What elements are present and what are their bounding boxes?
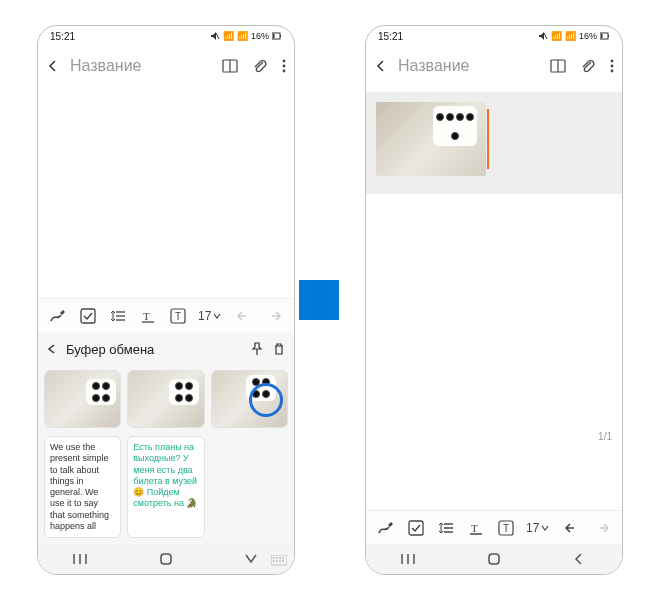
svg-point-25 — [282, 557, 283, 558]
status-time: 15:21 — [378, 31, 403, 42]
svg-point-22 — [273, 557, 274, 558]
mute-icon — [538, 31, 548, 41]
signal-icon-2: 📶 — [237, 31, 248, 41]
battery-text: 16% — [251, 31, 269, 41]
format-toolbar: T T 17 — [38, 298, 294, 332]
clipboard-title: Буфер обмена — [66, 342, 242, 357]
svg-line-30 — [544, 33, 547, 39]
text-style-icon[interactable]: T — [466, 518, 486, 538]
system-navbar — [366, 544, 622, 574]
note-title[interactable]: Название — [70, 57, 216, 75]
svg-point-37 — [611, 65, 614, 68]
clipboard-item-3[interactable] — [211, 370, 288, 428]
handwriting-icon[interactable] — [48, 306, 68, 326]
back-icon[interactable] — [374, 59, 392, 73]
svg-point-27 — [276, 560, 277, 561]
keyboard-icon[interactable] — [266, 548, 292, 574]
system-navbar — [38, 544, 294, 574]
clipboard-text-1[interactable]: We use the present simple to talk about … — [44, 436, 121, 538]
text-box-icon[interactable]: T — [496, 518, 516, 538]
svg-rect-3 — [273, 34, 275, 38]
checkbox-icon[interactable] — [406, 518, 426, 538]
status-icons: 📶 📶 16% — [538, 31, 610, 41]
phone-right: 15:21 📶 📶 16% Название — [365, 25, 623, 575]
svg-rect-9 — [81, 309, 95, 323]
svg-point-36 — [611, 60, 614, 63]
reader-icon[interactable] — [222, 58, 238, 74]
mute-icon — [210, 31, 220, 41]
svg-rect-21 — [271, 555, 287, 565]
svg-text:T: T — [143, 310, 150, 322]
clipboard-text-row: We use the present simple to talk about … — [38, 432, 294, 544]
signal-icon-2: 📶 — [565, 31, 576, 41]
pin-icon[interactable] — [250, 342, 264, 356]
selection-ring — [249, 383, 283, 417]
redo-icon[interactable] — [592, 518, 612, 538]
trash-icon[interactable] — [272, 342, 286, 356]
text-style-icon[interactable]: T — [138, 306, 158, 326]
clipboard-header: Буфер обмена — [38, 332, 294, 366]
nav-home-icon[interactable] — [146, 551, 186, 567]
redo-icon[interactable] — [264, 306, 284, 326]
text-box-icon[interactable]: T — [168, 306, 188, 326]
clipboard-item-2[interactable] — [127, 370, 204, 428]
font-size-control[interactable]: 17 — [198, 309, 221, 323]
image-block[interactable] — [366, 92, 622, 194]
app-header: Название — [366, 46, 622, 86]
svg-rect-2 — [280, 35, 281, 37]
clipboard-item-1[interactable] — [44, 370, 121, 428]
svg-line-0 — [216, 33, 219, 39]
svg-point-7 — [283, 65, 286, 68]
svg-point-38 — [611, 70, 614, 73]
more-icon[interactable] — [610, 58, 614, 74]
signal-icon: 📶 — [551, 31, 562, 41]
battery-icon — [600, 31, 610, 41]
note-body[interactable]: 1/1 — [366, 86, 622, 510]
more-icon[interactable] — [282, 58, 286, 74]
attach-icon[interactable] — [580, 58, 596, 74]
svg-rect-33 — [601, 34, 603, 38]
status-icons: 📶 📶 16% — [210, 31, 282, 41]
svg-rect-50 — [489, 554, 499, 564]
app-header: Название — [38, 46, 294, 86]
status-time: 15:21 — [50, 31, 75, 42]
clipboard-back-icon[interactable] — [46, 343, 58, 355]
page-counter: 1/1 — [598, 431, 612, 442]
svg-point-26 — [273, 560, 274, 561]
format-toolbar: T T 17 — [366, 510, 622, 544]
status-bar: 15:21 📶 📶 16% — [366, 26, 622, 46]
line-spacing-icon[interactable] — [108, 306, 128, 326]
svg-text:T: T — [471, 522, 478, 534]
line-spacing-icon[interactable] — [436, 518, 456, 538]
svg-point-6 — [283, 60, 286, 63]
status-bar: 15:21 📶 📶 16% — [38, 26, 294, 46]
undo-icon[interactable] — [234, 306, 254, 326]
svg-text:T: T — [503, 523, 509, 534]
nav-recents-icon[interactable] — [61, 552, 101, 566]
svg-point-28 — [279, 560, 280, 561]
note-body[interactable] — [38, 86, 294, 298]
svg-point-8 — [283, 70, 286, 73]
attach-icon[interactable] — [252, 58, 268, 74]
note-title[interactable]: Название — [398, 57, 544, 75]
nav-home-icon[interactable] — [474, 551, 514, 567]
checkbox-icon[interactable] — [78, 306, 98, 326]
signal-icon: 📶 — [223, 31, 234, 41]
battery-icon — [272, 31, 282, 41]
font-size-value: 17 — [198, 309, 211, 323]
nav-recents-icon[interactable] — [389, 552, 429, 566]
handwriting-icon[interactable] — [376, 518, 396, 538]
svg-text:T: T — [175, 311, 181, 322]
nav-back-icon[interactable] — [559, 552, 599, 566]
phone-left: 15:21 📶 📶 16% Название — [37, 25, 295, 575]
clipboard-text-2[interactable]: Есть планы на выходные? У меня есть два … — [127, 436, 204, 538]
center-square — [299, 280, 339, 320]
inserted-image[interactable] — [376, 102, 486, 176]
chevron-down-icon — [541, 524, 549, 532]
svg-point-24 — [279, 557, 280, 558]
back-icon[interactable] — [46, 59, 64, 73]
reader-icon[interactable] — [550, 58, 566, 74]
undo-icon[interactable] — [562, 518, 582, 538]
font-size-control[interactable]: 17 — [526, 521, 549, 535]
clipboard-thumbs — [38, 366, 294, 432]
